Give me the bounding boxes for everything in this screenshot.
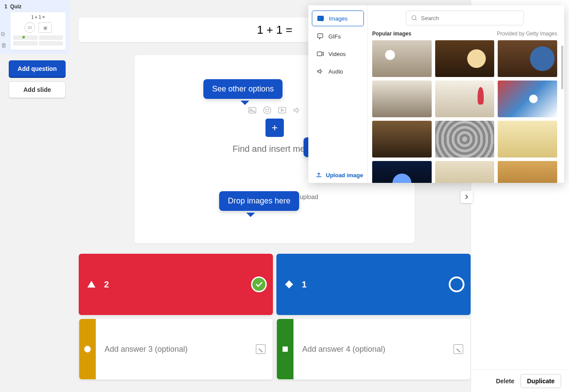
answer-2[interactable]: 1 bbox=[276, 254, 471, 315]
image-thumbnail[interactable] bbox=[372, 121, 432, 158]
tab-videos[interactable]: Videos bbox=[312, 46, 364, 61]
copy-icon[interactable]: ⧉ bbox=[1, 31, 7, 38]
image-thumbnail[interactable] bbox=[435, 80, 495, 117]
slide-type: Quiz bbox=[10, 4, 21, 10]
image-thumbnail[interactable] bbox=[498, 80, 557, 117]
image-icon[interactable] bbox=[256, 344, 265, 354]
upload-image-label: Upload image bbox=[326, 172, 363, 178]
svg-rect-5 bbox=[279, 107, 286, 113]
svg-point-10 bbox=[319, 35, 320, 36]
add-slide-button[interactable]: Add slide bbox=[9, 81, 66, 98]
image-icon[interactable] bbox=[454, 344, 463, 354]
image-thumbnail[interactable] bbox=[435, 121, 495, 158]
tab-videos-label: Videos bbox=[328, 51, 346, 57]
thumb-answer bbox=[39, 41, 63, 46]
image-thumbnail[interactable] bbox=[435, 40, 495, 77]
provider-label: Provided by Getty Images bbox=[497, 31, 557, 37]
tab-images[interactable]: Images bbox=[312, 10, 364, 26]
tab-images-label: Images bbox=[329, 15, 348, 22]
answer-3[interactable]: Add answer 3 (optional) bbox=[79, 318, 273, 380]
slide-thumbnail[interactable]: ⧉ 🗑 1 Quiz 1 + 1 = 20 ▣ bbox=[0, 0, 70, 54]
duplicate-button[interactable]: Duplicate bbox=[520, 374, 561, 388]
image-thumbnail[interactable] bbox=[372, 161, 432, 183]
triangle-icon bbox=[87, 280, 96, 289]
tab-audio-label: Audio bbox=[328, 68, 343, 75]
image-thumbnail[interactable] bbox=[372, 40, 432, 77]
svg-rect-12 bbox=[317, 52, 322, 56]
correct-toggle[interactable] bbox=[251, 276, 267, 292]
svg-point-4 bbox=[268, 109, 269, 110]
image-icon bbox=[248, 105, 257, 115]
thumb-answer bbox=[13, 35, 38, 40]
image-thumbnail[interactable] bbox=[435, 161, 495, 183]
smile-icon bbox=[262, 105, 272, 115]
thumb-answer bbox=[13, 41, 38, 46]
answer-4[interactable]: Add answer 4 (optional) bbox=[276, 318, 471, 380]
tab-audio[interactable]: Audio bbox=[312, 64, 364, 79]
popular-heading: Popular images bbox=[372, 31, 411, 37]
scrollbar[interactable] bbox=[561, 46, 563, 89]
thumb-answer bbox=[39, 35, 63, 40]
add-question-button[interactable]: Add question bbox=[9, 60, 66, 77]
svg-point-11 bbox=[321, 35, 322, 36]
callout-drop-here: Drop images here bbox=[219, 191, 299, 211]
svg-point-3 bbox=[265, 109, 266, 110]
image-thumbnail[interactable] bbox=[498, 161, 557, 183]
answer-1-text: 2 bbox=[104, 280, 109, 290]
audio-icon bbox=[292, 105, 302, 115]
answer-3-placeholder: Add answer 3 (optional) bbox=[96, 345, 272, 354]
callout-see-options: See other options bbox=[203, 79, 283, 99]
upload-image-link[interactable]: Upload image bbox=[315, 172, 363, 178]
svg-rect-7 bbox=[283, 346, 288, 352]
thumb-image-placeholder: ▣ bbox=[38, 22, 52, 33]
add-media-button[interactable]: + bbox=[265, 119, 284, 137]
search-icon bbox=[411, 14, 418, 21]
slide-number: 1 bbox=[4, 4, 7, 10]
correct-toggle[interactable] bbox=[449, 276, 464, 292]
delete-button[interactable]: Delete bbox=[496, 378, 514, 385]
answer-4-placeholder: Add answer 4 (optional) bbox=[293, 345, 470, 354]
media-panel: Images GIFs Videos Audio Upload image Po… bbox=[308, 5, 564, 183]
diamond-icon bbox=[284, 280, 294, 289]
trash-icon[interactable]: 🗑 bbox=[1, 42, 7, 49]
svg-point-6 bbox=[84, 346, 91, 353]
tab-gifs[interactable]: GIFs bbox=[312, 29, 364, 44]
search-input[interactable] bbox=[421, 15, 519, 21]
answer-1[interactable]: 2 bbox=[79, 254, 273, 315]
answer-2-text: 1 bbox=[302, 280, 307, 290]
expand-sidebar-button[interactable] bbox=[461, 191, 473, 203]
svg-point-13 bbox=[412, 16, 415, 20]
svg-point-2 bbox=[264, 106, 271, 114]
video-icon bbox=[277, 105, 287, 115]
square-icon bbox=[277, 319, 293, 379]
image-grid bbox=[372, 40, 557, 183]
media-type-icons bbox=[248, 105, 302, 115]
thumb-time: 20 bbox=[24, 22, 35, 33]
image-thumbnail[interactable] bbox=[498, 121, 557, 158]
circle-icon bbox=[79, 319, 96, 379]
search-field[interactable] bbox=[406, 10, 524, 25]
thumb-question: 1 + 1 = bbox=[13, 15, 63, 20]
image-thumbnail[interactable] bbox=[498, 40, 557, 77]
image-thumbnail[interactable] bbox=[372, 80, 432, 117]
tab-gifs-label: GIFs bbox=[328, 33, 341, 40]
